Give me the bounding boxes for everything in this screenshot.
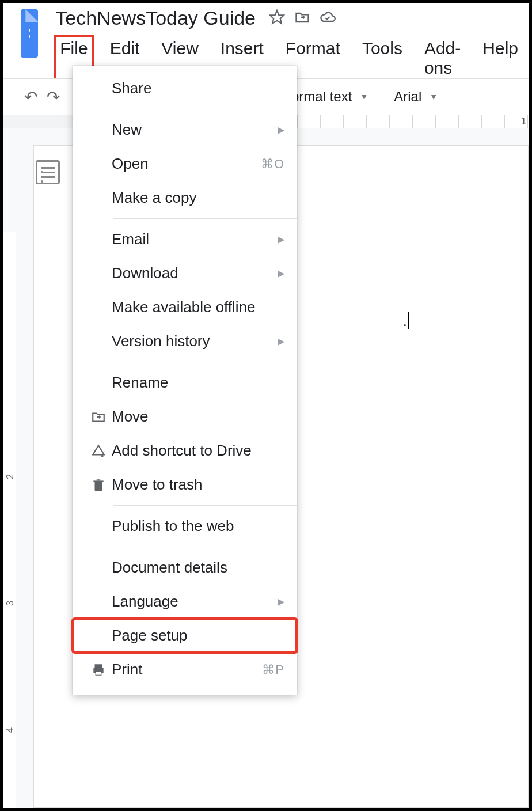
- vertical-ruler[interactable]: 2 3 4: [3, 128, 16, 808]
- menu-item-rename[interactable]: Rename: [73, 366, 297, 400]
- menu-item-offline[interactable]: Make available offline: [73, 290, 297, 324]
- menu-item-open[interactable]: Open ⌘O: [73, 147, 297, 181]
- menu-item-document-details[interactable]: Document details: [73, 551, 297, 585]
- font-select[interactable]: Arial ▼: [385, 89, 447, 105]
- menu-item-label: Move: [112, 408, 284, 426]
- menu-item-label: Version history: [112, 332, 278, 350]
- ruler-number: 1: [521, 116, 526, 127]
- menu-item-label: Language: [112, 593, 278, 611]
- submenu-arrow-icon: ▶: [278, 124, 284, 135]
- menu-item-label: Add shortcut to Drive: [112, 442, 284, 460]
- menu-item-label: Open: [112, 155, 261, 173]
- redo-icon[interactable]: ↷: [47, 88, 60, 107]
- menu-help[interactable]: Help: [478, 36, 523, 80]
- menu-item-publish[interactable]: Publish to the web: [73, 509, 297, 543]
- menu-item-label: Email: [112, 230, 278, 248]
- menu-item-language[interactable]: Language ▶: [73, 585, 297, 619]
- menu-item-shortcut: ⌘O: [261, 157, 284, 172]
- vruler-number: 2: [5, 474, 16, 479]
- submenu-arrow-icon: ▶: [278, 234, 284, 245]
- toolbar-divider: [381, 86, 381, 107]
- svg-marker-0: [270, 10, 283, 23]
- cloud-status-icon[interactable]: [320, 9, 336, 28]
- menu-item-email[interactable]: Email ▶: [73, 222, 297, 256]
- menu-item-trash[interactable]: Move to trash: [73, 468, 297, 502]
- menu-item-label: New: [112, 121, 278, 139]
- paragraph-style-value: ormal text: [291, 89, 352, 105]
- chevron-down-icon: ▼: [430, 92, 438, 101]
- menu-item-label: Rename: [112, 374, 284, 392]
- menu-item-make-copy[interactable]: Make a copy: [73, 181, 297, 215]
- document-outline-icon[interactable]: [36, 160, 60, 184]
- menu-item-version-history[interactable]: Version history ▶: [73, 324, 297, 358]
- menu-item-label: Print: [112, 661, 262, 679]
- menu-item-label: Move to trash: [112, 476, 284, 494]
- menu-item-label: Make a copy: [112, 189, 284, 207]
- submenu-arrow-icon: ▶: [278, 268, 284, 279]
- vruler-number: 3: [5, 601, 16, 606]
- file-menu-dropdown: Share New ▶ Open ⌘O Make a copy Email ▶ …: [73, 66, 297, 695]
- menu-item-shortcut: ⌘P: [262, 662, 284, 677]
- menu-item-label: Publish to the web: [112, 517, 284, 535]
- chevron-down-icon: ▼: [360, 92, 368, 101]
- print-icon: [85, 662, 112, 677]
- menu-item-label: Download: [112, 264, 278, 282]
- menu-item-label: Page setup: [112, 627, 284, 645]
- menu-item-add-shortcut[interactable]: Add shortcut to Drive: [73, 434, 297, 468]
- menu-item-download[interactable]: Download ▶: [73, 256, 297, 290]
- app-window: TechNewsToday Guide File Edit View Inser…: [0, 0, 532, 811]
- menu-item-new[interactable]: New ▶: [73, 113, 297, 147]
- drive-shortcut-icon: [85, 444, 112, 458]
- star-icon[interactable]: [269, 9, 285, 28]
- menu-item-label: Make available offline: [112, 298, 284, 316]
- menu-tools[interactable]: Tools: [358, 36, 407, 80]
- submenu-arrow-icon: ▶: [278, 336, 284, 347]
- folder-move-icon: [85, 410, 112, 425]
- menu-addons[interactable]: Add-ons: [420, 36, 465, 80]
- svg-rect-1: [96, 672, 101, 674]
- menu-item-label: Document details: [112, 559, 284, 577]
- undo-icon[interactable]: ↶: [24, 88, 37, 107]
- move-to-folder-icon[interactable]: [294, 9, 310, 28]
- text-cursor: .: [408, 312, 409, 329]
- submenu-arrow-icon: ▶: [278, 596, 284, 607]
- document-title[interactable]: TechNewsToday Guide: [55, 7, 256, 29]
- font-value: Arial: [394, 89, 421, 105]
- menu-item-print[interactable]: Print ⌘P: [73, 653, 297, 687]
- menu-item-page-setup[interactable]: Page setup: [73, 619, 297, 653]
- menu-item-label: Share: [112, 79, 284, 97]
- trash-icon: [85, 477, 112, 492]
- menu-item-share[interactable]: Share: [73, 71, 297, 105]
- menu-item-move[interactable]: Move: [73, 400, 297, 434]
- docs-logo-icon[interactable]: [21, 9, 38, 58]
- vruler-number: 4: [5, 727, 16, 733]
